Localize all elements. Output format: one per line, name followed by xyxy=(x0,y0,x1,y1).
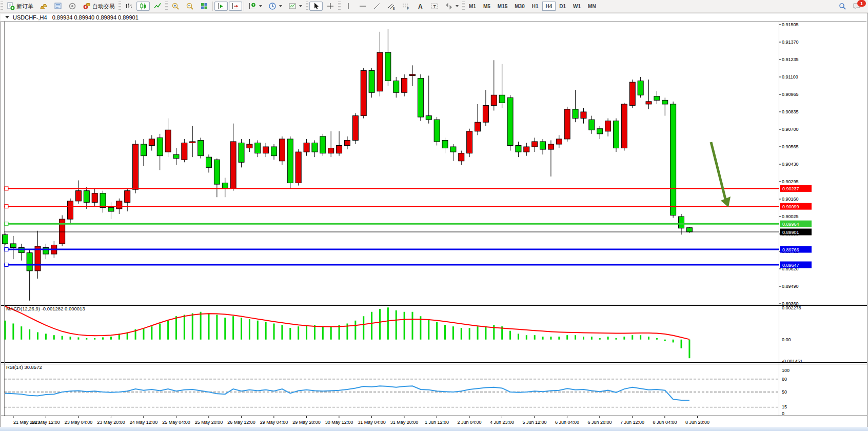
bear-candle xyxy=(141,144,146,156)
bull-candle xyxy=(68,201,73,219)
bear-candle xyxy=(84,191,89,203)
bull-candle xyxy=(149,139,154,146)
svg-text:8 Jun 20:00: 8 Jun 20:00 xyxy=(685,420,709,425)
bull-candle xyxy=(337,146,342,153)
bear-candle xyxy=(3,234,8,244)
line-handle xyxy=(5,263,8,267)
bull-candle xyxy=(60,219,65,244)
bull-candle xyxy=(125,191,130,203)
bull-candle xyxy=(467,131,472,153)
bull-candle xyxy=(279,139,285,161)
bull-candle xyxy=(459,153,464,161)
bear-candle xyxy=(10,244,16,248)
bear-candle xyxy=(173,154,179,159)
svg-text:23 May 04:00: 23 May 04:00 xyxy=(65,420,93,425)
bear-candle xyxy=(43,248,49,254)
bear-candle xyxy=(255,143,261,153)
status-strip xyxy=(0,427,868,431)
chevron-down-icon[interactable] xyxy=(5,16,9,18)
bear-candle xyxy=(450,147,456,152)
bear-candle xyxy=(686,228,692,232)
line-handle xyxy=(5,187,8,190)
svg-text:26 May 12:00: 26 May 12:00 xyxy=(227,420,255,425)
svg-text:0.89766: 0.89766 xyxy=(782,247,799,252)
line-handle xyxy=(5,222,8,226)
svg-text:0.00: 0.00 xyxy=(782,337,791,342)
bull-candle xyxy=(646,102,652,104)
svg-text:25 May 04:00: 25 May 04:00 xyxy=(162,420,190,425)
bull-candle xyxy=(377,52,383,91)
chart-title-bar[interactable]: USDCHF-,H4 0.89934 0.89940 0.89894 0.899… xyxy=(1,13,866,22)
svg-text:0.90025: 0.90025 xyxy=(782,214,799,219)
bull-candle xyxy=(263,147,269,153)
bull-candle xyxy=(92,193,97,203)
bear-candle xyxy=(271,147,277,156)
svg-text:0.90430: 0.90430 xyxy=(782,162,799,167)
bear-candle xyxy=(540,142,546,149)
bull-candle xyxy=(328,148,334,153)
bull-candle xyxy=(344,140,350,145)
svg-text:0.89901: 0.89901 xyxy=(782,230,799,235)
svg-text:0.90237: 0.90237 xyxy=(782,186,799,191)
svg-text:0.91235: 0.91235 xyxy=(782,57,799,62)
bear-candle xyxy=(320,136,326,153)
svg-text:0.90835: 0.90835 xyxy=(782,109,799,114)
svg-text:6 Jun 04:00: 6 Jun 04:00 xyxy=(555,420,579,425)
svg-text:24 May 12:00: 24 May 12:00 xyxy=(130,420,158,425)
bear-candle xyxy=(108,207,114,211)
chart-symbol-timeframe: USDCHF-,H4 xyxy=(13,14,47,21)
bear-candle xyxy=(198,140,204,155)
bear-candle xyxy=(434,120,440,142)
svg-text:0.90099: 0.90099 xyxy=(782,204,799,209)
bear-candle xyxy=(679,217,684,228)
bear-candle xyxy=(27,253,32,271)
bear-candle xyxy=(589,120,595,130)
svg-text:RSI(14) 30.8572: RSI(14) 30.8572 xyxy=(6,364,42,370)
svg-text:31 May 20:00: 31 May 20:00 xyxy=(390,420,419,425)
svg-text:23 May 20:00: 23 May 20:00 xyxy=(97,420,125,425)
bull-candle xyxy=(295,152,301,183)
svg-text:-0.001451: -0.001451 xyxy=(782,359,803,364)
bull-candle xyxy=(581,112,586,119)
bull-candle xyxy=(491,95,497,105)
bear-candle xyxy=(214,160,220,184)
bear-candle xyxy=(206,157,212,167)
chart-canvas[interactable]: 0.915050.913700.912350.911000.909650.908… xyxy=(0,0,868,431)
bull-candle xyxy=(352,116,358,141)
bear-candle xyxy=(573,109,578,119)
bull-candle xyxy=(532,142,538,147)
svg-text:2 Jun 04:00: 2 Jun 04:00 xyxy=(457,420,481,425)
bull-candle xyxy=(475,122,481,131)
bear-candle xyxy=(222,183,228,188)
bull-candle xyxy=(182,143,187,160)
svg-text:0.90700: 0.90700 xyxy=(782,127,799,132)
bear-candle xyxy=(597,129,603,134)
svg-text:5 Jun 12:00: 5 Jun 12:00 xyxy=(522,420,546,425)
bull-candle xyxy=(548,144,554,149)
bull-candle xyxy=(165,130,171,152)
bear-candle xyxy=(157,138,163,155)
bear-candle xyxy=(418,79,423,117)
svg-text:80: 80 xyxy=(782,377,787,382)
bear-candle xyxy=(393,81,399,93)
bear-candle xyxy=(507,97,513,145)
svg-text:0.91100: 0.91100 xyxy=(782,74,798,80)
svg-text:50: 50 xyxy=(782,389,787,395)
svg-text:0.90295: 0.90295 xyxy=(782,179,799,184)
bear-candle xyxy=(638,81,643,95)
svg-text:30 May 12:00: 30 May 12:00 xyxy=(325,420,353,425)
svg-text:MACD(12,26,9) -0.001282 0.0000: MACD(12,26,9) -0.001282 0.000013 xyxy=(6,306,85,311)
bull-candle xyxy=(116,201,122,209)
bull-candle xyxy=(190,142,195,143)
line-handle xyxy=(5,205,8,208)
bull-candle xyxy=(410,74,416,76)
bear-candle xyxy=(426,116,431,120)
bear-candle xyxy=(670,104,676,215)
svg-text:100: 100 xyxy=(782,368,790,373)
bear-candle xyxy=(516,146,521,152)
svg-text:15: 15 xyxy=(782,404,787,409)
bull-candle xyxy=(304,143,309,152)
svg-text:0.90565: 0.90565 xyxy=(782,144,799,149)
bull-candle xyxy=(402,79,407,93)
svg-text:0: 0 xyxy=(782,411,784,416)
